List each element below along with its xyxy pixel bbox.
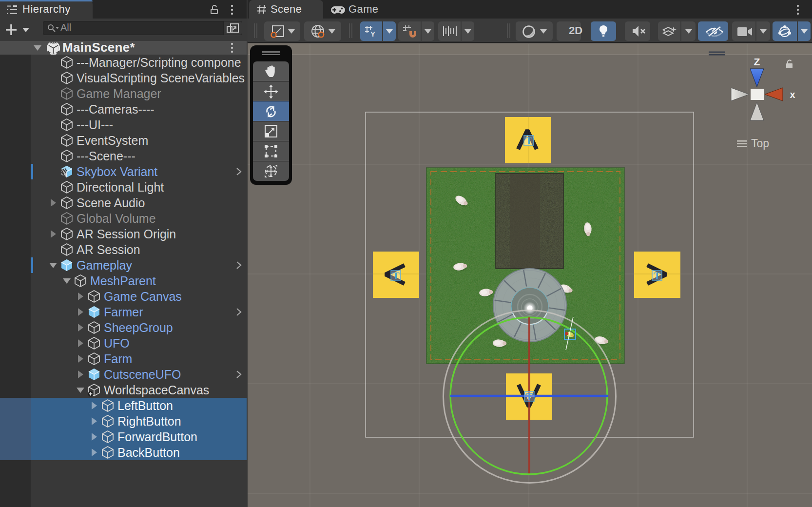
- svg-text:T: T: [392, 270, 400, 282]
- svg-text:T: T: [654, 270, 661, 282]
- svg-text:T: T: [526, 390, 533, 403]
- svg-text:x: x: [790, 89, 795, 100]
- svg-text:T: T: [525, 135, 533, 147]
- svg-text:Z: Z: [754, 56, 760, 67]
- svg-text:Y: Y: [370, 30, 375, 38]
- svg-text:Top: Top: [751, 137, 769, 150]
